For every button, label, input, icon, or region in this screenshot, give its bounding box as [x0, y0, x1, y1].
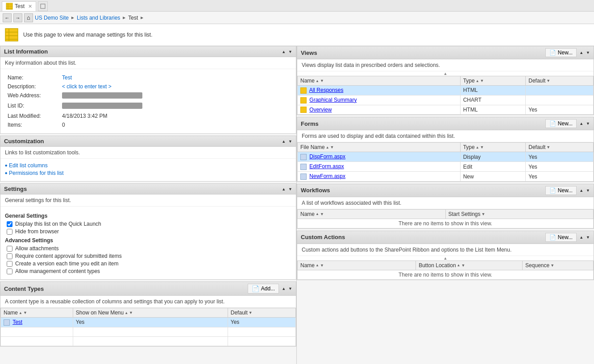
forms-new-button[interactable]: 📄 New...: [545, 119, 577, 128]
workflows-desc: A list of workflows associated with this…: [297, 197, 594, 209]
page-header-icon: [4, 28, 19, 42]
workflows-new-button[interactable]: 📄 New...: [545, 186, 577, 195]
views-col-type[interactable]: Type▲▼: [460, 76, 526, 86]
settings-section: Settings ▲ ▼ General settings for this l…: [0, 183, 296, 280]
custom-actions-new-label: New...: [558, 234, 573, 240]
form-icon-editform: [300, 164, 307, 170]
workflows-col-start[interactable]: Start Settings▼: [445, 209, 594, 219]
custom-actions-collapse[interactable]: ▼: [586, 235, 590, 240]
views-col-name[interactable]: Name▲▼: [298, 76, 461, 86]
custom-actions-section: Custom Actions 📄 New... ▲ ▼ Custom actio…: [297, 231, 594, 280]
views-new-icon: 📄: [549, 50, 556, 56]
versioning-checkbox[interactable]: [7, 261, 12, 267]
breadcrumb-sep-3: ►: [140, 15, 144, 20]
customization-collapse[interactable]: ▼: [288, 139, 292, 144]
content-types-desc: A content type is a reusable collection …: [0, 296, 296, 308]
view-row-overview[interactable]: Overview HTML Yes: [298, 105, 594, 115]
form-link-newform[interactable]: NewForm.aspx: [309, 173, 345, 179]
description-link[interactable]: < click to enter text >: [62, 83, 112, 90]
forms-scroll-up[interactable]: ▲: [579, 121, 583, 126]
form-default-dispform: Yes: [526, 152, 594, 162]
edit-columns-link[interactable]: Edit list columns: [5, 162, 291, 169]
breadcrumb-lists[interactable]: Lists and Libraries: [77, 15, 120, 21]
form-icon-dispform: [300, 154, 307, 160]
last-modified-value: 4/18/2013 3:42 PM: [60, 112, 291, 120]
nav-bar: ← → ⌂ US Demo Site ► Lists and Libraries…: [0, 12, 594, 24]
ct-name-link[interactable]: Test: [12, 319, 22, 325]
forward-button[interactable]: →: [13, 13, 22, 22]
view-default-graphical-summary: [526, 95, 594, 105]
ca-col-sequence[interactable]: Sequence▼: [523, 261, 594, 270]
tab-close-icon[interactable]: ✕: [28, 4, 32, 9]
content-approval-checkbox[interactable]: [7, 253, 12, 259]
form-row-editform[interactable]: EditForm.aspx Edit Yes: [298, 162, 594, 172]
form-link-dispform[interactable]: DispForm.aspx: [309, 153, 345, 160]
permissions-link[interactable]: Permissions for this list: [5, 170, 291, 176]
content-types-add-button[interactable]: 📄 Add...: [248, 284, 279, 294]
allow-attachments-checkbox[interactable]: [7, 246, 12, 252]
form-default-editform: Yes: [526, 162, 594, 172]
custom-actions-new-button[interactable]: 📄 New...: [545, 233, 577, 242]
view-name-graphical-summary: Graphical Summary: [298, 95, 461, 105]
view-row-all-responses[interactable]: All Responses HTML: [298, 86, 594, 95]
settings-scroll-up[interactable]: ▲: [282, 187, 286, 191]
quick-launch-checkbox[interactable]: [7, 221, 12, 227]
form-link-editform[interactable]: EditForm.aspx: [309, 163, 344, 170]
workflows-collapse[interactable]: ▼: [586, 188, 590, 193]
content-type-row[interactable]: Test Yes Yes: [1, 318, 296, 327]
views-new-button[interactable]: 📄 New...: [545, 48, 577, 57]
forms-col-type[interactable]: Type▲▼: [460, 143, 526, 152]
hide-browser-checkbox[interactable]: [7, 229, 12, 235]
form-type-newform: New: [460, 172, 526, 182]
content-types-title: Content Types: [4, 285, 44, 292]
ct-col-default[interactable]: Default▼: [228, 308, 295, 318]
content-type-row-empty-2: [1, 336, 296, 346]
back-button[interactable]: ←: [3, 13, 12, 22]
ca-col-name[interactable]: Name▲▼: [298, 261, 416, 270]
view-link-all-responses[interactable]: All Responses: [309, 87, 344, 93]
web-address-label: Web Address:: [6, 91, 59, 101]
ct-col-show-on-new[interactable]: Show on New Menu▲▼: [73, 308, 228, 318]
content-types-scroll-up[interactable]: ▲: [282, 286, 286, 291]
info-row-name: Name: Test: [6, 74, 291, 82]
page-tab[interactable]: Test ✕: [2, 1, 36, 11]
form-row-newform[interactable]: NewForm.aspx New Yes: [298, 172, 594, 182]
breadcrumb-site[interactable]: US Demo Site: [35, 15, 69, 21]
home-button[interactable]: ⌂: [24, 13, 33, 22]
content-types-collapse[interactable]: ▼: [288, 286, 292, 291]
customization-scroll-up[interactable]: ▲: [282, 139, 286, 144]
views-scroll-indicator: ▲: [297, 71, 594, 76]
list-info-scroll-up[interactable]: ▲: [282, 50, 286, 54]
forms-collapse[interactable]: ▼: [586, 121, 590, 126]
list-id-blurred: [62, 103, 142, 109]
workflows-scroll-up[interactable]: ▲: [579, 188, 583, 193]
view-link-graphical-summary[interactable]: Graphical Summary: [309, 97, 357, 103]
views-section: Views 📄 New... ▲ ▼ Views display list da…: [297, 46, 594, 115]
forms-table: File Name▲▼ Type▲▼ Default▼: [297, 142, 594, 181]
tab-icon-only[interactable]: [38, 1, 48, 11]
form-row-dispform[interactable]: DispForm.aspx Display Yes: [298, 152, 594, 162]
ca-col-button-location[interactable]: Button Location▲▼: [416, 261, 523, 270]
forms-col-default[interactable]: Default▼: [526, 143, 594, 152]
settings-collapse[interactable]: ▼: [288, 187, 292, 191]
views-collapse[interactable]: ▼: [586, 50, 590, 55]
view-name-all-responses: All Responses: [298, 86, 461, 95]
forms-section: Forms 📄 New... ▲ ▼ Forms are used to dis…: [297, 117, 594, 182]
workflows-col-name[interactable]: Name▲▼: [298, 209, 446, 219]
breadcrumb-sep-1: ►: [71, 15, 75, 20]
forms-col-name[interactable]: File Name▲▼: [298, 143, 461, 152]
views-scroll-up[interactable]: ▲: [579, 50, 583, 55]
name-link[interactable]: Test: [62, 74, 72, 81]
content-types-checkbox[interactable]: [7, 269, 12, 274]
view-link-overview[interactable]: Overview: [309, 107, 332, 113]
page-header: Use this page to view and manage setting…: [0, 24, 594, 46]
views-col-default[interactable]: Default▼: [526, 76, 594, 86]
custom-actions-scroll-up[interactable]: ▲: [579, 235, 583, 240]
settings-desc: General settings for this list.: [0, 194, 296, 207]
list-info-collapse[interactable]: ▼: [288, 50, 292, 54]
web-address-blurred: [62, 92, 142, 99]
add-icon: 📄: [252, 285, 259, 292]
view-row-graphical-summary[interactable]: Graphical Summary CHART: [298, 95, 594, 105]
add-label: Add...: [261, 285, 275, 292]
ct-col-name[interactable]: Name▲▼: [1, 308, 73, 318]
